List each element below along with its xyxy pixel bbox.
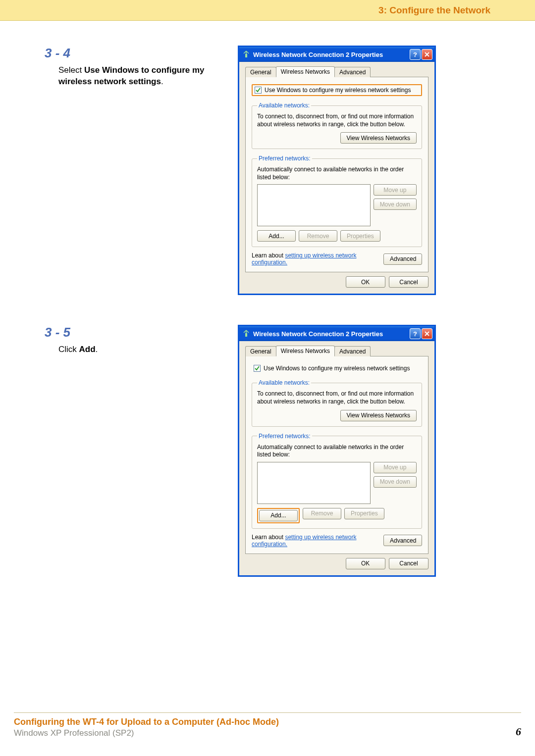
tab-panel: Use Windows to configure my wireless net…	[245, 77, 428, 272]
move-down-button[interactable]: Move down	[374, 199, 417, 210]
preferred-legend: Preferred networks:	[257, 433, 312, 440]
tabs: General Wireless Networks Advanced	[245, 345, 428, 356]
step-instruction: Select Use Windows to configure my wirel…	[45, 65, 228, 88]
step-number: 3 - 5	[45, 325, 228, 340]
close-button[interactable]	[422, 49, 432, 60]
use-windows-checkbox-row[interactable]: Use Windows to configure my wireless net…	[252, 363, 422, 373]
tab-wireless-networks[interactable]: Wireless Networks	[276, 346, 335, 356]
step-instruction: Click Add.	[45, 344, 228, 355]
preferred-desc: Automatically connect to available netwo…	[257, 444, 417, 459]
learn-text: Learn about setting up wireless network …	[252, 534, 383, 548]
tab-wireless-networks[interactable]: Wireless Networks	[276, 66, 335, 77]
properties-button[interactable]: Properties	[340, 230, 380, 242]
add-button-highlight: Add...	[257, 508, 300, 523]
footer-subtitle: Windows XP Professional (SP2)	[14, 728, 521, 738]
dialog-screenshot-3-4: Wireless Network Connection 2 Properties…	[238, 46, 436, 295]
available-legend: Available networks:	[257, 379, 311, 386]
preferred-list[interactable]	[257, 462, 371, 504]
dialog-title: Wireless Network Connection 2 Properties	[253, 51, 409, 58]
available-legend: Available networks:	[257, 102, 311, 109]
preferred-legend: Preferred networks:	[257, 155, 312, 162]
dialog-title: Wireless Network Connection 2 Properties	[253, 330, 409, 338]
ok-button[interactable]: OK	[346, 276, 385, 288]
learn-row: Learn about setting up wireless network …	[252, 534, 422, 548]
dialog-body: General Wireless Networks Advanced Use W…	[239, 62, 434, 294]
checkbox-icon	[254, 365, 261, 372]
cancel-button[interactable]: Cancel	[389, 276, 428, 288]
preferred-networks-group: Preferred networks: Automatically connec…	[252, 433, 422, 529]
help-button[interactable]: ?	[410, 328, 421, 339]
learn-row: Learn about setting up wireless network …	[252, 252, 422, 266]
move-up-button[interactable]: Move up	[374, 184, 417, 196]
dialog-body: General Wireless Networks Advanced Use W…	[239, 341, 434, 575]
checkbox-icon	[255, 87, 262, 94]
step-3-4: 3 - 4 Select Use Windows to configure my…	[45, 46, 490, 295]
tab-general[interactable]: General	[245, 67, 276, 77]
advanced-button[interactable]: Advanced	[383, 253, 422, 265]
close-button[interactable]	[422, 328, 432, 339]
tabs: General Wireless Networks Advanced	[245, 66, 428, 77]
properties-dialog: Wireless Network Connection 2 Properties…	[238, 325, 436, 576]
available-desc: To connect to, disconnect from, or find …	[257, 113, 417, 128]
step-left: 3 - 4 Select Use Windows to configure my…	[45, 46, 238, 88]
wireless-icon	[242, 50, 250, 58]
preferred-desc: Automatically connect to available netwo…	[257, 166, 417, 181]
tab-general[interactable]: General	[245, 346, 276, 356]
section-title: 3: Configure the Network	[378, 5, 490, 16]
cancel-button[interactable]: Cancel	[389, 558, 428, 569]
preferred-list[interactable]	[257, 184, 371, 226]
available-desc: To connect to, disconnect from, or find …	[257, 390, 417, 405]
view-wireless-networks-button[interactable]: View Wireless Networks	[340, 132, 417, 144]
advanced-button[interactable]: Advanced	[383, 535, 422, 546]
move-down-button[interactable]: Move down	[374, 476, 417, 488]
dialog-footer: OK Cancel	[245, 272, 428, 288]
available-networks-group: Available networks: To connect to, disco…	[252, 102, 422, 149]
checkbox-label: Use Windows to configure my wireless net…	[264, 365, 410, 372]
svg-rect-0	[245, 54, 247, 57]
footer-title: Configuring the WT-4 for Upload to a Com…	[14, 717, 521, 727]
remove-button[interactable]: Remove	[303, 508, 341, 519]
available-networks-group: Available networks: To connect to, disco…	[252, 379, 422, 426]
dialog-screenshot-3-5: Wireless Network Connection 2 Properties…	[238, 325, 436, 576]
use-windows-checkbox-row[interactable]: Use Windows to configure my wireless net…	[252, 84, 422, 96]
properties-button[interactable]: Properties	[344, 508, 384, 519]
page-footer: Configuring the WT-4 for Upload to a Com…	[14, 712, 521, 738]
page-content: 3 - 4 Select Use Windows to configure my…	[0, 21, 535, 577]
view-wireless-networks-button[interactable]: View Wireless Networks	[340, 410, 417, 421]
step-3-5: 3 - 5 Click Add. Wireless Network Connec…	[45, 325, 490, 576]
help-button[interactable]: ?	[410, 49, 421, 60]
header-bar: 3: Configure the Network	[0, 0, 535, 21]
properties-dialog: Wireless Network Connection 2 Properties…	[238, 46, 436, 295]
step-number: 3 - 4	[45, 46, 228, 61]
add-button[interactable]: Add...	[259, 510, 298, 521]
move-up-button[interactable]: Move up	[374, 462, 417, 473]
svg-rect-1	[245, 333, 247, 337]
ok-button[interactable]: OK	[346, 558, 385, 569]
preferred-networks-group: Preferred networks: Automatically connec…	[252, 155, 422, 247]
titlebar: Wireless Network Connection 2 Properties…	[239, 47, 434, 62]
remove-button[interactable]: Remove	[299, 230, 337, 242]
tab-advanced[interactable]: Advanced	[334, 346, 371, 356]
titlebar: Wireless Network Connection 2 Properties…	[239, 326, 434, 341]
tab-advanced[interactable]: Advanced	[334, 67, 371, 77]
checkbox-label: Use Windows to configure my wireless net…	[265, 87, 411, 94]
learn-text: Learn about setting up wireless network …	[252, 252, 383, 266]
add-button[interactable]: Add...	[257, 230, 296, 242]
wireless-icon	[242, 330, 250, 338]
step-left: 3 - 5 Click Add.	[45, 325, 238, 355]
dialog-footer: OK Cancel	[245, 554, 428, 569]
page-number: 6	[516, 725, 521, 738]
tab-panel: Use Windows to configure my wireless net…	[245, 356, 428, 554]
